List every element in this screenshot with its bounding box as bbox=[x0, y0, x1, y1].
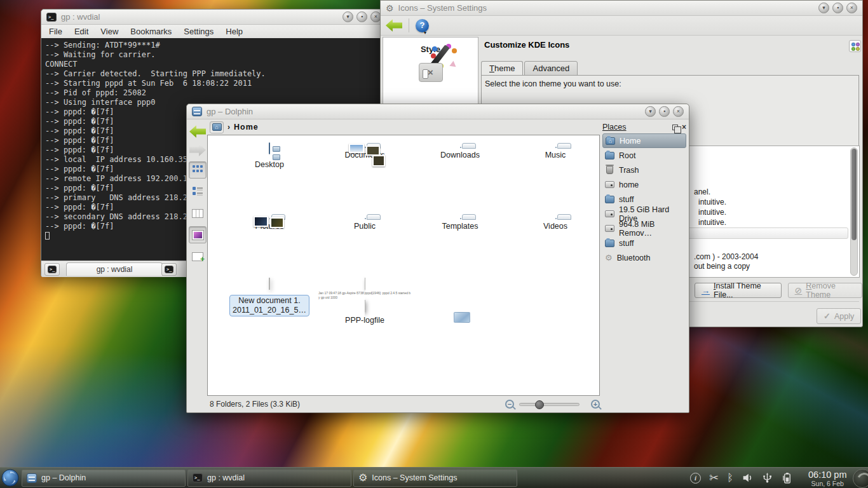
menu-file[interactable]: File bbox=[49, 27, 62, 36]
terminal-icon: >_ bbox=[193, 473, 203, 482]
folder-label: Templates bbox=[412, 222, 508, 231]
menu-bookmarks[interactable]: Bookmarks bbox=[130, 27, 172, 36]
scrollbar-thumb[interactable] bbox=[851, 149, 857, 240]
float-panel-icon[interactable] bbox=[672, 125, 678, 130]
theme-list-fragment: intuitive. bbox=[698, 208, 726, 217]
new-tab-button[interactable]: >_ bbox=[44, 263, 60, 276]
back-icon[interactable] bbox=[189, 125, 206, 139]
folder-view[interactable]: Desktop Documents Downloads bbox=[207, 135, 600, 396]
battery-icon[interactable] bbox=[782, 472, 792, 484]
folder-item-music[interactable]: Music bbox=[508, 143, 600, 169]
folder-item-templates[interactable]: Templates bbox=[412, 214, 508, 231]
theme-list-fragment: intuitive. bbox=[698, 198, 726, 207]
folder-item-pictures[interactable]: Pictures bbox=[222, 214, 317, 231]
menu-edit[interactable]: Edit bbox=[74, 27, 88, 36]
tab-theme[interactable]: Theme bbox=[481, 61, 523, 76]
place-item-root[interactable]: Root bbox=[602, 148, 686, 163]
minimize-button[interactable]: ▾ bbox=[645, 106, 656, 117]
scrollbar[interactable] bbox=[850, 147, 858, 276]
zoom-out-icon[interactable]: − bbox=[505, 400, 514, 409]
system-settings-titlebar[interactable]: ⚙ Icons – System Settings ▾ ▪ × bbox=[381, 1, 862, 16]
breadcrumb-home-button[interactable]: ⌂ bbox=[210, 121, 224, 133]
preview-toggle-button[interactable] bbox=[189, 226, 207, 243]
file-manager-icon bbox=[27, 473, 37, 483]
icon-theme-prompt: Select the icon theme you want to use: bbox=[485, 79, 621, 88]
tab-advanced[interactable]: Advanced bbox=[524, 61, 578, 76]
task-wvdial[interactable]: >_ gp : wvdial bbox=[187, 470, 351, 487]
sidebar-item-style[interactable]: Style × bbox=[383, 37, 478, 82]
close-button[interactable]: × bbox=[673, 106, 684, 117]
places-header[interactable]: Places × bbox=[602, 121, 686, 133]
minimize-button[interactable]: ▾ bbox=[818, 3, 829, 13]
close-button[interactable]: × bbox=[846, 3, 857, 13]
file-item-new-document[interactable]: New document 1. 2011_01_20_16_5… bbox=[222, 278, 317, 325]
usb-device-icon[interactable] bbox=[761, 472, 773, 484]
install-theme-button[interactable]: → Install Theme File... bbox=[695, 283, 782, 298]
menu-settings[interactable]: Settings bbox=[184, 27, 214, 36]
selected-file-label: New document 1. 2011_01_20_16_5… bbox=[229, 295, 309, 316]
chevron-down-icon[interactable]: ▾ bbox=[424, 30, 426, 36]
folder-item-videos[interactable]: Videos bbox=[508, 214, 600, 231]
tab-list-button[interactable]: >_ bbox=[161, 263, 177, 276]
apply-button[interactable]: ✓ Apply bbox=[817, 308, 861, 324]
file-item-ppp-logfile[interactable]: Jan 17 09:47:18 gp-Aspire-5738 pppd[1946… bbox=[317, 278, 412, 325]
forward-icon[interactable] bbox=[189, 143, 206, 157]
folder-label: Videos bbox=[508, 222, 600, 231]
terminal-line: CONNECT bbox=[45, 60, 383, 69]
maximize-button[interactable]: ▪ bbox=[659, 106, 670, 117]
back-icon[interactable] bbox=[386, 18, 402, 32]
folder-item-downloads[interactable]: Downloads bbox=[412, 143, 508, 169]
place-item-stuff-2[interactable]: stuff bbox=[602, 236, 686, 250]
task-dolphin[interactable]: gp – Dolphin bbox=[22, 470, 186, 487]
panel-toolbox-icon[interactable] bbox=[853, 469, 868, 488]
drive-icon bbox=[605, 225, 614, 232]
task-system-settings[interactable]: ⚙ Icons – System Settings bbox=[353, 470, 517, 487]
stray-thumbnail bbox=[454, 312, 470, 323]
bluetooth-icon[interactable]: ᛒ bbox=[727, 473, 733, 483]
check-icon: ✓ bbox=[824, 311, 831, 321]
folder-item-documents[interactable]: Documents bbox=[317, 143, 412, 169]
zoom-in-icon[interactable]: + bbox=[591, 400, 600, 409]
folder-item-desktop[interactable]: Desktop bbox=[222, 143, 317, 169]
app-launcher-icon[interactable] bbox=[1, 468, 20, 487]
dolphin-window: gp – Dolphin ▾ ▪ × ⌂ › Home + bbox=[186, 104, 689, 413]
zoom-slider-handle[interactable] bbox=[535, 400, 544, 409]
system-settings-title: Icons – System Settings bbox=[398, 3, 487, 13]
minimize-button[interactable]: ▾ bbox=[342, 11, 353, 22]
place-item-home[interactable]: ⌂ Home bbox=[602, 133, 686, 148]
details-view-button[interactable] bbox=[189, 183, 207, 200]
file-manager-icon bbox=[192, 107, 202, 116]
breadcrumb-home[interactable]: Home bbox=[234, 123, 259, 132]
terminal-titlebar[interactable]: >_ gp : wvdial ▾ ▪ × bbox=[41, 10, 386, 25]
clock[interactable]: 06:10 pm Sun, 6 Feb bbox=[808, 468, 846, 488]
place-item-bluetooth[interactable]: ⚙ Bluetooth bbox=[602, 250, 686, 265]
help-icon[interactable]: ? bbox=[416, 19, 429, 32]
zoom-slider[interactable] bbox=[519, 403, 580, 406]
remove-theme-button[interactable]: ⊘ Remove Theme bbox=[788, 283, 862, 298]
klipper-scissors-icon[interactable]: ✂ bbox=[709, 472, 719, 484]
split-view-button[interactable]: + bbox=[189, 248, 207, 265]
dolphin-titlebar[interactable]: gp – Dolphin ▾ ▪ × bbox=[187, 104, 689, 119]
terminal-tab[interactable]: gp : wvdial bbox=[66, 262, 163, 276]
dolphin-title: gp – Dolphin bbox=[207, 107, 253, 116]
hardware-icon[interactable]: × bbox=[419, 63, 443, 82]
trash-icon bbox=[606, 166, 613, 174]
place-item-trash[interactable]: Trash bbox=[602, 163, 686, 177]
folder-label: Public bbox=[317, 222, 412, 231]
module-overview-icon[interactable] bbox=[849, 40, 861, 52]
maximize-button[interactable]: ▪ bbox=[356, 11, 367, 22]
menu-help[interactable]: Help bbox=[226, 27, 243, 36]
icons-view-button[interactable] bbox=[189, 161, 207, 179]
place-item-removable[interactable]: 964.8 MiB Remov… bbox=[602, 221, 686, 236]
close-panel-icon[interactable]: × bbox=[682, 123, 686, 132]
device-notifier-icon[interactable]: i bbox=[690, 473, 701, 484]
theme-description-fragment: out being a copy bbox=[694, 262, 750, 271]
folder-item-public[interactable]: Public bbox=[317, 214, 412, 231]
maximize-button[interactable]: ▪ bbox=[832, 3, 843, 13]
menu-view[interactable]: View bbox=[100, 27, 118, 36]
folder-icon bbox=[605, 240, 614, 247]
columns-view-icon bbox=[192, 209, 203, 218]
place-item-home-drive[interactable]: home bbox=[602, 177, 686, 192]
columns-view-button[interactable] bbox=[189, 205, 207, 222]
volume-icon[interactable] bbox=[742, 472, 753, 484]
